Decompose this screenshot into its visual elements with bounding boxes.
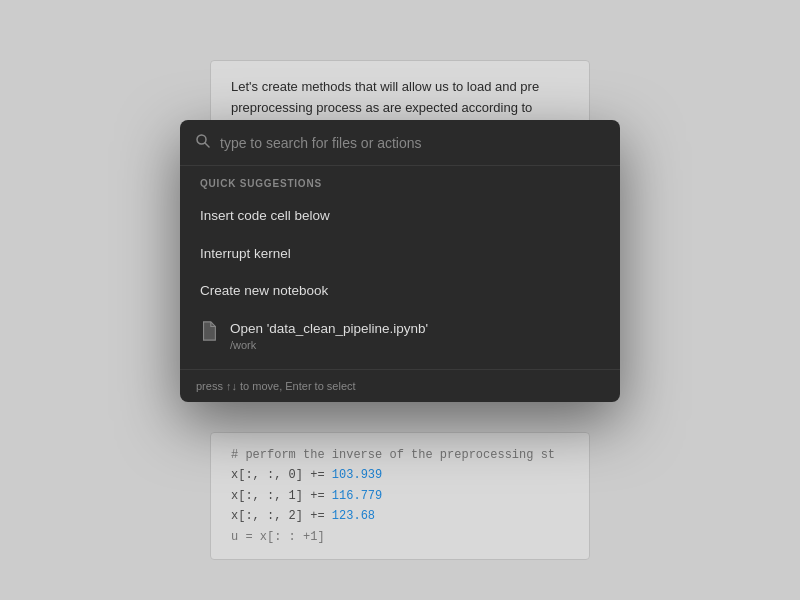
suggestion-label-open-file: Open 'data_clean_pipeline.ipynb' bbox=[230, 320, 428, 338]
suggestion-label-create-notebook: Create new notebook bbox=[200, 282, 328, 300]
suggestion-insert-code[interactable]: Insert code cell below bbox=[180, 197, 620, 235]
open-file-info: Open 'data_clean_pipeline.ipynb' /work bbox=[230, 320, 428, 352]
search-input[interactable] bbox=[220, 135, 604, 151]
command-palette: QUICK SUGGESTIONS Insert code cell below… bbox=[180, 120, 620, 402]
suggestion-open-file[interactable]: Open 'data_clean_pipeline.ipynb' /work bbox=[180, 310, 620, 362]
section-label: QUICK SUGGESTIONS bbox=[180, 178, 620, 197]
search-icon bbox=[196, 134, 210, 151]
search-bar bbox=[180, 120, 620, 166]
suggestion-label-interrupt-kernel: Interrupt kernel bbox=[200, 245, 291, 263]
svg-line-1 bbox=[205, 143, 209, 147]
suggestion-label-insert-code: Insert code cell below bbox=[200, 207, 330, 225]
suggestion-subtext-open-file: /work bbox=[230, 339, 428, 351]
suggestions-section: QUICK SUGGESTIONS Insert code cell below… bbox=[180, 166, 620, 369]
footer-bar: press ↑↓ to move, Enter to select bbox=[180, 369, 620, 402]
suggestion-create-notebook[interactable]: Create new notebook bbox=[180, 272, 620, 310]
suggestion-interrupt-kernel[interactable]: Interrupt kernel bbox=[180, 235, 620, 273]
file-icon bbox=[200, 321, 218, 341]
footer-hint: press ↑↓ to move, Enter to select bbox=[196, 380, 356, 392]
